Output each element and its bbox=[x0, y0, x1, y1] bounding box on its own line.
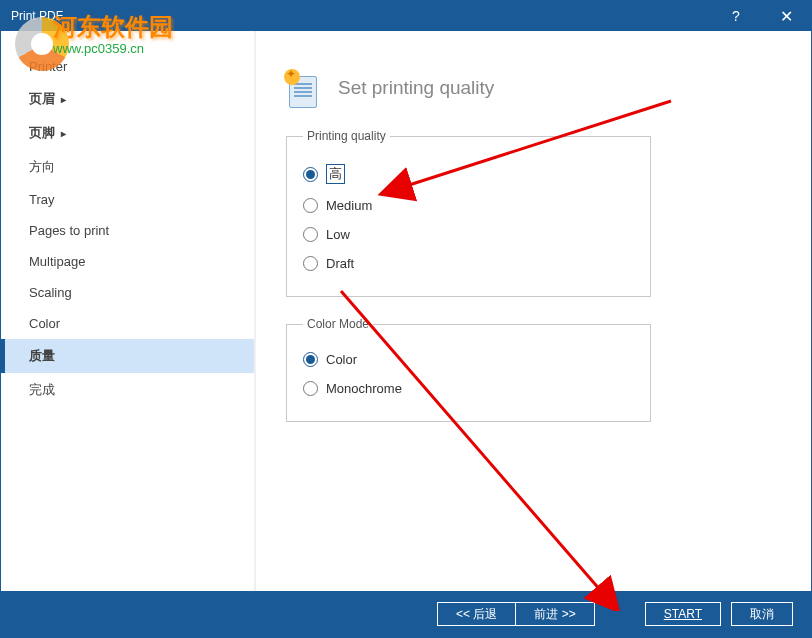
chevron-right-icon: ▸ bbox=[61, 128, 66, 139]
sidebar-item-label: Pages to print bbox=[29, 223, 109, 238]
sidebar-item-pages[interactable]: Pages to print bbox=[1, 215, 254, 246]
radio-medium[interactable] bbox=[303, 198, 318, 213]
document-icon bbox=[286, 71, 320, 105]
chevron-right-icon: ▸ bbox=[61, 94, 66, 105]
radio-high[interactable] bbox=[303, 167, 318, 182]
close-button[interactable]: ✕ bbox=[761, 1, 811, 31]
sidebar-item-label: 完成 bbox=[29, 381, 55, 399]
content-pane: Set printing quality Printing quality 高 … bbox=[256, 31, 811, 591]
help-icon: ? bbox=[732, 8, 740, 24]
help-button[interactable]: ? bbox=[711, 1, 761, 31]
sidebar-item-footer[interactable]: 页脚▸ bbox=[1, 116, 254, 150]
quality-option-draft[interactable]: Draft bbox=[303, 249, 634, 278]
sidebar-item-label: Printer bbox=[29, 59, 67, 74]
footer-bar: << 后退 前进 >> START 取消 bbox=[1, 591, 811, 637]
sidebar-item-finish[interactable]: 完成 bbox=[1, 373, 254, 407]
sidebar-item-label: 页脚 bbox=[29, 124, 55, 142]
radio-label: Monochrome bbox=[326, 381, 402, 396]
start-button[interactable]: START bbox=[645, 602, 721, 626]
content-header: Set printing quality bbox=[286, 71, 781, 105]
page-title: Set printing quality bbox=[338, 77, 494, 99]
sidebar-item-label: Multipage bbox=[29, 254, 85, 269]
radio-label: 高 bbox=[326, 164, 345, 184]
group-color-mode: Color Mode Color Monochrome bbox=[286, 317, 651, 422]
close-icon: ✕ bbox=[780, 7, 793, 26]
radio-color[interactable] bbox=[303, 352, 318, 367]
nav-button-group: << 后退 前进 >> bbox=[437, 602, 595, 626]
sidebar-item-printer[interactable]: Printer bbox=[1, 51, 254, 82]
sidebar-item-label: Tray bbox=[29, 192, 55, 207]
group-printing-quality: Printing quality 高 Medium Low Draft bbox=[286, 129, 651, 297]
sidebar-item-tray[interactable]: Tray bbox=[1, 184, 254, 215]
quality-option-medium[interactable]: Medium bbox=[303, 191, 634, 220]
color-option-monochrome[interactable]: Monochrome bbox=[303, 374, 634, 403]
sidebar-item-label: Color bbox=[29, 316, 60, 331]
group-legend: Color Mode bbox=[303, 317, 373, 331]
sidebar-item-label: 方向 bbox=[29, 158, 55, 176]
sidebar-item-quality[interactable]: 质量 bbox=[1, 339, 254, 373]
group-legend: Printing quality bbox=[303, 129, 390, 143]
sidebar-item-label: Scaling bbox=[29, 285, 72, 300]
cancel-button[interactable]: 取消 bbox=[731, 602, 793, 626]
sidebar-item-header[interactable]: 页眉▸ bbox=[1, 82, 254, 116]
back-button[interactable]: << 后退 bbox=[437, 602, 515, 626]
next-button[interactable]: 前进 >> bbox=[515, 602, 594, 626]
window-title: Print PDF bbox=[11, 9, 711, 23]
quality-option-low[interactable]: Low bbox=[303, 220, 634, 249]
sidebar-item-scaling[interactable]: Scaling bbox=[1, 277, 254, 308]
radio-label: Low bbox=[326, 227, 350, 242]
sidebar-item-multipage[interactable]: Multipage bbox=[1, 246, 254, 277]
sidebar-item-orientation[interactable]: 方向 bbox=[1, 150, 254, 184]
sidebar-item-color[interactable]: Color bbox=[1, 308, 254, 339]
sidebar-item-label: 质量 bbox=[29, 347, 55, 365]
radio-monochrome[interactable] bbox=[303, 381, 318, 396]
radio-label: Color bbox=[326, 352, 357, 367]
quality-option-high[interactable]: 高 bbox=[303, 157, 634, 191]
main-area: Printer 页眉▸ 页脚▸ 方向 Tray Pages to print M… bbox=[1, 31, 811, 591]
title-bar: Print PDF ? ✕ bbox=[1, 1, 811, 31]
sidebar: Printer 页眉▸ 页脚▸ 方向 Tray Pages to print M… bbox=[1, 31, 256, 591]
radio-label: Medium bbox=[326, 198, 372, 213]
sidebar-item-label: 页眉 bbox=[29, 90, 55, 108]
color-option-color[interactable]: Color bbox=[303, 345, 634, 374]
radio-low[interactable] bbox=[303, 227, 318, 242]
radio-draft[interactable] bbox=[303, 256, 318, 271]
radio-label: Draft bbox=[326, 256, 354, 271]
